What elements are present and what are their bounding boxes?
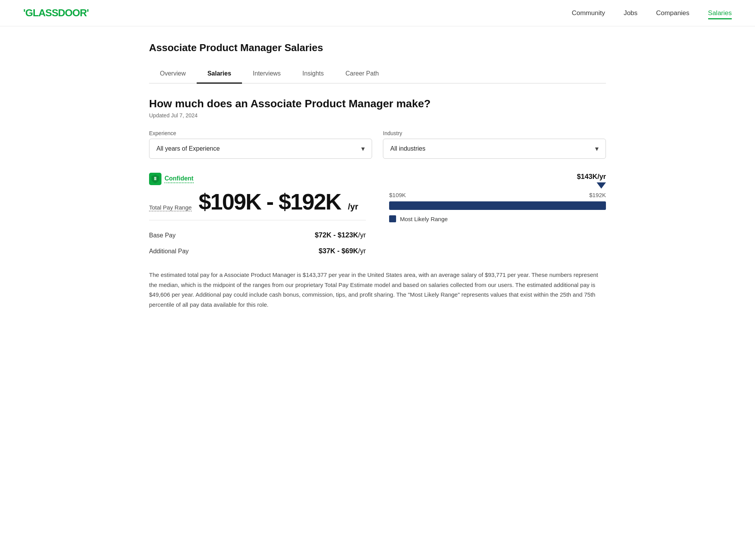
salary-description: The estimated total pay for a Associate … (149, 270, 606, 309)
tab-overview[interactable]: Overview (149, 65, 197, 84)
filters: Experience All years of Experience ▾ Ind… (149, 130, 606, 159)
experience-chevron-icon: ▾ (361, 144, 365, 153)
confident-shield-icon (149, 173, 161, 185)
experience-filter-group: Experience All years of Experience ▾ (149, 130, 372, 159)
logo[interactable]: 'GLASSDOOR' (23, 7, 89, 19)
additional-pay-row: Additional Pay $37K - $69K/yr (149, 243, 366, 259)
base-pay-label: Base Pay (149, 232, 175, 239)
nav-link-salaries[interactable]: Salaries (708, 9, 732, 19)
nav-links: Community Jobs Companies Salaries (572, 9, 732, 17)
nav-link-community[interactable]: Community (572, 9, 605, 17)
median-arrow-icon (389, 182, 606, 189)
additional-pay-value: $37K - $69K/yr (319, 247, 366, 255)
industry-value: All industries (390, 145, 426, 152)
updated-date: Updated Jul 7, 2024 (149, 112, 606, 119)
tab-salaries[interactable]: Salaries (197, 65, 242, 84)
tab-insights[interactable]: Insights (292, 65, 335, 84)
range-labels: $109K $192K (389, 192, 606, 198)
confident-badge: Confident (149, 173, 366, 185)
tab-bar: Overview Salaries Interviews Insights Ca… (149, 65, 606, 84)
range-high-label: $192K (589, 192, 606, 198)
tab-interviews[interactable]: Interviews (242, 65, 292, 84)
salary-section: Confident Total Pay Range $109K - $192K/… (149, 173, 606, 259)
svg-rect-2 (154, 179, 156, 180)
tab-career-path[interactable]: Career Path (335, 65, 390, 84)
industry-chevron-icon: ▾ (595, 144, 599, 153)
page-title: Associate Product Manager Salaries (149, 42, 606, 54)
industry-select[interactable]: All industries ▾ (383, 139, 606, 159)
base-pay-value: $72K - $123K/yr (315, 231, 366, 239)
nav-item-salaries[interactable]: Salaries (708, 9, 732, 17)
median-label: $143K/yr (577, 173, 606, 180)
total-pay-row: Total Pay Range $109K - $192K/yr (149, 191, 366, 213)
main-content: Associate Product Manager Salaries Overv… (126, 26, 629, 325)
most-likely-icon (389, 215, 396, 222)
salary-left: Confident Total Pay Range $109K - $192K/… (149, 173, 366, 259)
confident-label: Confident (165, 175, 194, 183)
navbar: 'GLASSDOOR' Community Jobs Companies Sal… (0, 0, 755, 26)
total-pay-label: Total Pay Range (149, 204, 192, 211)
industry-filter-group: Industry All industries ▾ (383, 130, 606, 159)
range-low-label: $109K (389, 192, 406, 198)
experience-value: All years of Experience (156, 145, 220, 152)
industry-label: Industry (383, 130, 606, 136)
nav-item-companies[interactable]: Companies (656, 9, 690, 17)
range-bar (389, 201, 606, 210)
svg-rect-1 (154, 178, 156, 179)
total-pay-suffix: /yr (348, 202, 358, 212)
salary-right: $143K/yr $109K $192K Most Likely Range (389, 173, 606, 222)
most-likely-legend: Most Likely Range (389, 215, 606, 222)
nav-link-jobs[interactable]: Jobs (624, 9, 638, 17)
experience-select[interactable]: All years of Experience ▾ (149, 139, 372, 159)
svg-rect-3 (154, 177, 156, 178)
section-heading: How much does an Associate Product Manag… (149, 98, 606, 110)
total-pay-value: $109K - $192K (199, 191, 341, 213)
most-likely-label: Most Likely Range (400, 216, 448, 222)
experience-label: Experience (149, 130, 372, 136)
nav-link-companies[interactable]: Companies (656, 9, 690, 17)
divider (149, 220, 366, 220)
nav-item-community[interactable]: Community (572, 9, 605, 17)
additional-pay-label: Additional Pay (149, 248, 189, 255)
base-pay-row: Base Pay $72K - $123K/yr (149, 227, 366, 243)
nav-item-jobs[interactable]: Jobs (624, 9, 638, 17)
